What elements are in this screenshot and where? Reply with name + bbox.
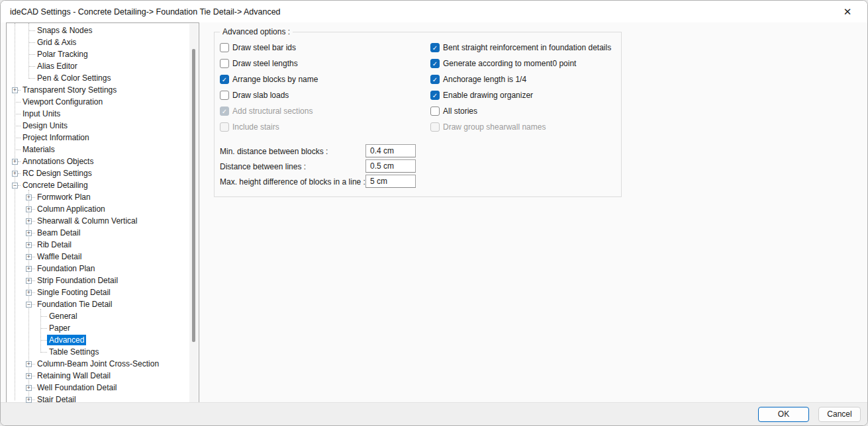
checkbox-draw-steel-bar-ids[interactable]: Draw steel bar ids bbox=[220, 40, 318, 56]
tree-item-shearwall-column-vertical[interactable]: +Shearwall & Column Vertical bbox=[7, 215, 189, 227]
expand-icon[interactable]: + bbox=[26, 278, 32, 284]
tree-item-project-information[interactable]: Project Information bbox=[7, 132, 189, 144]
checkbox-arrange-blocks-by-name[interactable]: ✓Arrange blocks by name bbox=[220, 71, 318, 87]
tree-item-formwork-plan[interactable]: +Formwork Plan bbox=[7, 191, 189, 203]
checkbox-draw-steel-lengths[interactable]: Draw steel lengths bbox=[220, 56, 318, 71]
expand-icon[interactable]: + bbox=[26, 361, 32, 367]
checked-checkbox-icon[interactable]: ✓ bbox=[430, 43, 440, 52]
checkbox-label: Draw steel lengths bbox=[232, 59, 298, 68]
checkbox-draw-slab-loads[interactable]: Draw slab loads bbox=[220, 87, 318, 103]
tree-item-foundation-tie-detail[interactable]: −Foundation Tie Detail bbox=[7, 298, 189, 310]
tree-item-alias-editor[interactable]: Alias Editor bbox=[7, 60, 189, 72]
tree-item-column-application[interactable]: +Column Application bbox=[7, 203, 189, 215]
tree-item-label: Foundation Plan bbox=[35, 263, 97, 274]
tree-item-snaps-nodes[interactable]: Snaps & Nodes bbox=[7, 24, 189, 36]
unchecked-checkbox-icon[interactable] bbox=[220, 59, 229, 68]
checkbox-label: Add structural sections bbox=[232, 106, 313, 116]
tree-item-stair-detail[interactable]: +Stair Detail bbox=[7, 394, 189, 404]
tree-connector bbox=[28, 30, 35, 31]
unchecked-checkbox-icon[interactable] bbox=[220, 91, 229, 100]
expand-icon[interactable]: + bbox=[26, 194, 32, 200]
tree-item-table-settings[interactable]: Table Settings bbox=[7, 346, 189, 358]
tree-item-retaining-wall-detail[interactable]: +Retaining Wall Detail bbox=[7, 370, 189, 382]
tree-item-transparent-story-settings[interactable]: +Transparent Story Settings bbox=[7, 84, 189, 96]
checkbox-generate-according-to-moment0-point[interactable]: ✓Generate according to moment0 point bbox=[430, 56, 611, 71]
tree-item-label: Grid & Axis bbox=[35, 37, 78, 48]
group-title: Advanced options : bbox=[220, 27, 293, 36]
checkbox-add-structural-sections: ✓Add structural sections bbox=[220, 103, 318, 119]
checked-checkbox-icon[interactable]: ✓ bbox=[220, 75, 229, 84]
field-label: Max. height difference of blocks in a li… bbox=[220, 177, 365, 187]
tree-item-rib-detail[interactable]: +Rib Detail bbox=[7, 239, 189, 251]
checkbox-enable-drawing-organizer[interactable]: ✓Enable drawing organizer bbox=[430, 87, 611, 103]
expand-icon[interactable]: + bbox=[12, 87, 18, 93]
field-label: Distance between lines : bbox=[220, 162, 306, 171]
expand-icon[interactable]: + bbox=[26, 385, 32, 391]
tree-item-label: Polar Tracking bbox=[35, 49, 90, 60]
expand-icon[interactable]: + bbox=[26, 242, 32, 248]
tree-item-advanced[interactable]: Advanced bbox=[7, 334, 189, 346]
cancel-button[interactable]: Cancel bbox=[818, 407, 861, 422]
tree-item-label: Viewport Configuration bbox=[21, 97, 105, 107]
tree-item-label: Transparent Story Settings bbox=[21, 85, 119, 95]
expand-icon[interactable]: + bbox=[26, 397, 32, 403]
tree-item-label: General bbox=[47, 311, 79, 321]
tree-item-concrete-detailing[interactable]: −Concrete Detailing bbox=[7, 179, 189, 191]
expand-icon[interactable]: + bbox=[12, 159, 18, 165]
expand-icon[interactable]: + bbox=[26, 266, 32, 272]
input-distance-between-lines[interactable]: 0.5 cm bbox=[365, 159, 416, 173]
tree-item-materials[interactable]: Materials bbox=[7, 144, 189, 155]
tree-item-viewport-configuration[interactable]: Viewport Configuration bbox=[7, 96, 189, 108]
tree-item-strip-foundation-detail[interactable]: +Strip Foundation Detail bbox=[7, 275, 189, 286]
tree-item-grid-axis[interactable]: Grid & Axis bbox=[7, 36, 189, 48]
tree-item-column-beam-joint-cross-section[interactable]: +Column-Beam Joint Cross-Section bbox=[7, 358, 189, 370]
tree-item-waffle-detail[interactable]: +Waffle Detail bbox=[7, 251, 189, 263]
checked-checkbox-icon[interactable]: ✓ bbox=[430, 91, 440, 100]
tree-item-annotations-objects[interactable]: +Annotations Objects bbox=[7, 155, 189, 167]
tree-item-rc-design-settings[interactable]: +RC Design Settings bbox=[7, 167, 189, 179]
tree-item-general[interactable]: General bbox=[7, 310, 189, 322]
checkbox-label: Enable drawing organizer bbox=[443, 91, 533, 100]
tree-scrollbar-thumb[interactable] bbox=[192, 49, 195, 342]
checkbox-anchorage-length-is-1-4[interactable]: ✓Anchorage length is 1/4 bbox=[430, 71, 611, 87]
tree-connector bbox=[15, 102, 21, 103]
input-max-height-difference-of-blocks-in-a-line[interactable]: 5 cm bbox=[365, 175, 416, 188]
settings-dialog: ideCAD Settings - Concrete Detailing-> F… bbox=[0, 0, 868, 426]
tree-connector bbox=[15, 149, 21, 150]
collapse-icon[interactable]: − bbox=[26, 302, 32, 308]
checked-checkbox-icon[interactable]: ✓ bbox=[430, 59, 440, 68]
tree-connector bbox=[28, 78, 35, 79]
tree-scrollbar[interactable] bbox=[189, 24, 198, 403]
checked-checkbox-icon[interactable]: ✓ bbox=[430, 75, 440, 84]
expand-icon[interactable]: + bbox=[26, 254, 32, 260]
unchecked-checkbox-icon[interactable] bbox=[220, 43, 229, 52]
expand-icon[interactable]: + bbox=[26, 290, 32, 296]
tree-item-input-units[interactable]: Input Units bbox=[7, 108, 189, 120]
tree-item-label: Materials bbox=[21, 144, 57, 155]
tree-item-foundation-plan[interactable]: +Foundation Plan bbox=[7, 263, 189, 275]
expand-icon[interactable]: + bbox=[26, 218, 32, 224]
tree-item-paper[interactable]: Paper bbox=[7, 322, 189, 334]
tree-item-well-foundation-detail[interactable]: +Well Foundation Detail bbox=[7, 382, 189, 394]
ok-button[interactable]: OK bbox=[758, 407, 809, 422]
expand-icon[interactable]: + bbox=[26, 230, 32, 236]
checkbox-label: Draw group shearwall names bbox=[443, 122, 546, 132]
tree-item-single-footing-detail[interactable]: +Single Footing Detail bbox=[7, 286, 189, 298]
tree-item-label: Pen & Color Settings bbox=[35, 73, 113, 83]
expand-icon[interactable]: + bbox=[26, 206, 32, 212]
tree-item-pen-color-settings[interactable]: Pen & Color Settings bbox=[7, 72, 189, 84]
unchecked-checkbox-icon[interactable] bbox=[430, 106, 440, 116]
expand-icon[interactable]: + bbox=[12, 171, 18, 177]
checkbox-label: Draw steel bar ids bbox=[232, 43, 296, 52]
checkbox-all-stories[interactable]: All stories bbox=[430, 103, 611, 119]
checkbox-bent-straight-reinforcement-in-foundation-details[interactable]: ✓Bent straight reinforcement in foundati… bbox=[430, 40, 611, 56]
collapse-icon[interactable]: − bbox=[12, 183, 18, 189]
close-icon[interactable]: ✕ bbox=[837, 4, 858, 20]
tree-item-label: Stair Detail bbox=[35, 394, 78, 404]
checkbox-label: Generate according to moment0 point bbox=[443, 59, 576, 68]
tree-item-polar-tracking[interactable]: Polar Tracking bbox=[7, 48, 189, 60]
tree-item-design-units[interactable]: Design Units bbox=[7, 120, 189, 132]
input-min-distance-between-blocks[interactable]: 0.4 cm bbox=[365, 144, 416, 157]
tree-item-beam-detail[interactable]: +Beam Detail bbox=[7, 227, 189, 239]
expand-icon[interactable]: + bbox=[26, 373, 32, 379]
